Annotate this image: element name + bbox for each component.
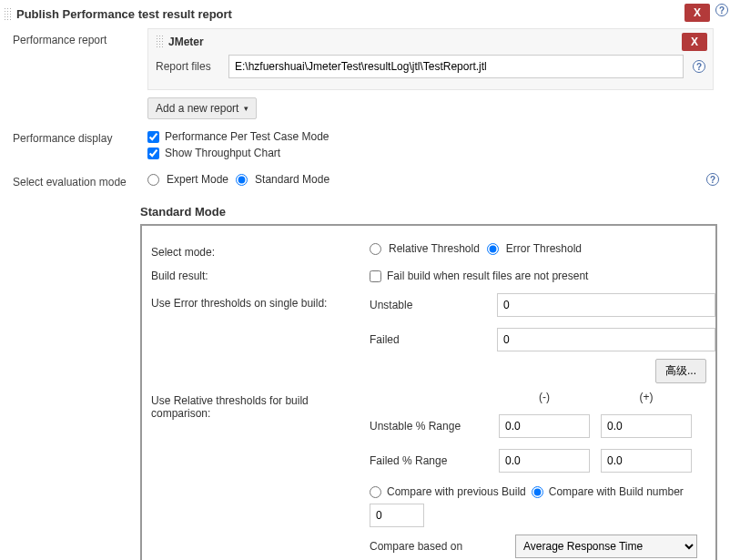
- expert-mode-label: Expert Mode: [167, 173, 228, 186]
- failed-label: Failed: [370, 333, 488, 346]
- chevron-down-icon: ▾: [244, 104, 248, 113]
- relative-threshold-radio[interactable]: [370, 243, 381, 255]
- drag-handle-icon[interactable]: [4, 7, 13, 22]
- select-mode-label: Select mode:: [151, 242, 360, 259]
- standard-mode-panel: Select mode: Relative Threshold Error Th…: [140, 224, 717, 560]
- jmeter-title: JMeter: [168, 36, 204, 48]
- standard-mode-label: Standard Mode: [255, 173, 330, 186]
- per-test-case-checkbox[interactable]: [147, 131, 159, 143]
- failed-input[interactable]: [497, 328, 715, 351]
- report-files-input[interactable]: [228, 55, 684, 78]
- error-threshold-label: Error Threshold: [506, 242, 582, 255]
- performance-report-label: Performance report: [13, 28, 140, 119]
- compare-based-on-label: Compare based on: [370, 540, 488, 553]
- add-report-button[interactable]: Add a new report ▾: [147, 97, 257, 119]
- compare-num-label: Compare with Build number: [549, 485, 684, 498]
- unstable-label: Unstable: [370, 299, 488, 311]
- error-threshold-radio[interactable]: [487, 243, 499, 255]
- failed-pct-plus-input[interactable]: [601, 449, 692, 473]
- report-files-label: Report files: [156, 60, 219, 73]
- jmeter-panel: X JMeter Report files ?: [147, 28, 714, 90]
- compare-prev-radio[interactable]: [370, 486, 381, 498]
- expert-mode-radio[interactable]: [147, 174, 159, 186]
- single-build-label: Use Error thresholds on single build:: [151, 293, 360, 310]
- help-icon[interactable]: ?: [706, 173, 719, 186]
- standard-mode-heading: Standard Mode: [140, 205, 730, 219]
- per-test-case-label: Performance Per Test Case Mode: [165, 130, 330, 143]
- col-plus-header: (+): [601, 391, 692, 403]
- add-report-label: Add a new report: [156, 102, 238, 115]
- throughput-checkbox[interactable]: [147, 148, 159, 159]
- fail-when-missing-checkbox[interactable]: [370, 270, 381, 282]
- select-eval-mode-label: Select evaluation mode: [13, 170, 140, 188]
- standard-mode-radio[interactable]: [236, 174, 248, 186]
- performance-display-label: Performance display: [13, 127, 140, 163]
- compare-num-input[interactable]: [370, 504, 424, 527]
- fail-when-missing-label: Fail build when result files are not pre…: [387, 270, 588, 282]
- throughput-label: Show Throughput Chart: [165, 147, 280, 159]
- drag-handle-icon[interactable]: [156, 35, 165, 49]
- delete-section-button[interactable]: X: [684, 4, 710, 22]
- build-result-label: Build result:: [151, 266, 360, 282]
- unstable-pct-label: Unstable % Range: [370, 420, 488, 433]
- delete-jmeter-button[interactable]: X: [682, 33, 707, 51]
- comparison-label: Use Relative thresholds for build compar…: [151, 391, 360, 420]
- compare-prev-label: Compare with previous Build: [387, 485, 526, 498]
- help-icon[interactable]: ?: [693, 60, 705, 73]
- unstable-input[interactable]: [497, 293, 715, 317]
- compare-based-on-select[interactable]: Average Response Time: [515, 535, 697, 558]
- compare-num-radio[interactable]: [532, 486, 543, 498]
- section-title: Publish Performance test result report: [16, 4, 684, 25]
- unstable-pct-minus-input[interactable]: [499, 414, 590, 438]
- failed-pct-minus-input[interactable]: [499, 449, 590, 473]
- relative-threshold-label: Relative Threshold: [389, 242, 480, 255]
- failed-pct-label: Failed % Range: [370, 454, 488, 467]
- unstable-pct-plus-input[interactable]: [601, 414, 692, 438]
- col-minus-header: (-): [499, 391, 590, 403]
- advanced-button[interactable]: 高级...: [655, 359, 706, 383]
- help-icon[interactable]: ?: [715, 4, 728, 16]
